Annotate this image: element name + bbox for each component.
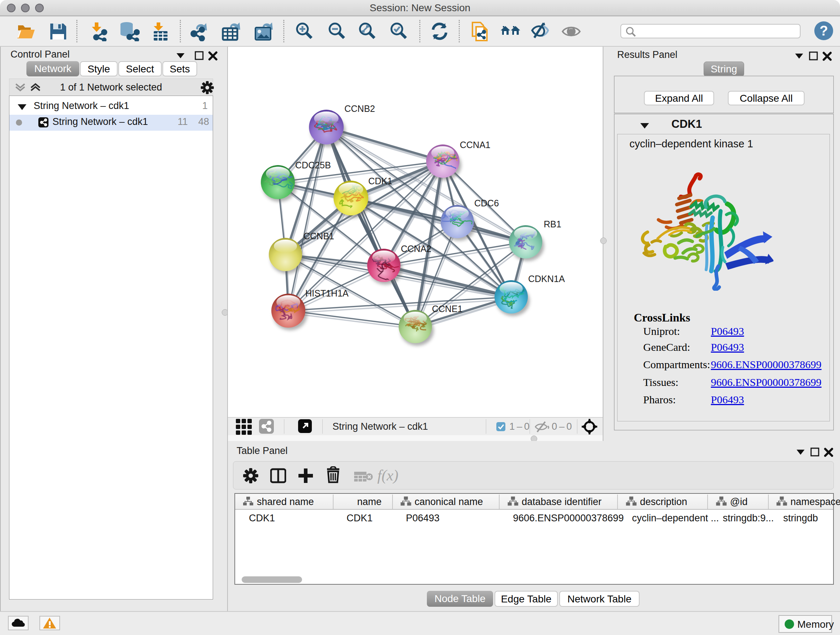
svg-text:CCNA1: CCNA1: [460, 140, 491, 150]
svg-text:CCNE1: CCNE1: [432, 304, 463, 314]
svg-text:CCNB1: CCNB1: [303, 231, 334, 241]
svg-text:CDC6: CDC6: [474, 198, 499, 208]
svg-text:CDC25B: CDC25B: [295, 160, 331, 170]
svg-text:CDK1: CDK1: [368, 176, 393, 186]
svg-text:HIST1H1A: HIST1H1A: [305, 288, 349, 298]
svg-text:RB1: RB1: [544, 219, 561, 229]
svg-text:CCNA2: CCNA2: [401, 244, 431, 254]
svg-text:CDKN1A: CDKN1A: [528, 274, 565, 284]
svg-text:CCNB2: CCNB2: [344, 103, 375, 114]
